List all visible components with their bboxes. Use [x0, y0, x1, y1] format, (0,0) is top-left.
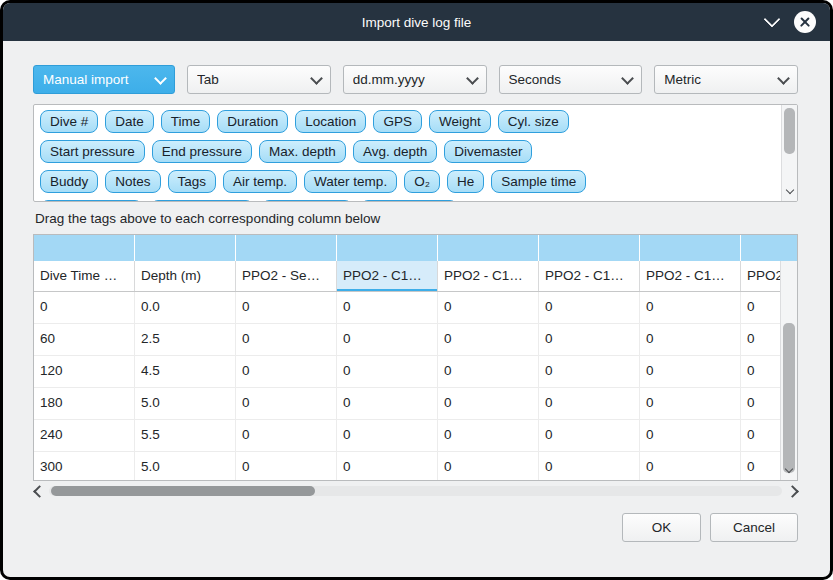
tag-time[interactable]: Time: [161, 110, 211, 133]
table-row: 602.5000000: [34, 324, 780, 356]
column-header-7[interactable]: PPO2: [741, 261, 780, 291]
table-row: 1805.0000000: [34, 388, 780, 420]
table-cell: 0: [337, 292, 438, 323]
scroll-right-button[interactable]: [786, 482, 798, 500]
table-cell: 0: [438, 324, 539, 355]
window-shade-icon[interactable]: [764, 11, 781, 28]
column-header-6[interactable]: PPO2 - C1…: [640, 261, 741, 291]
column-header-1[interactable]: Depth (m): [135, 261, 236, 291]
tag-gps[interactable]: GPS: [373, 110, 422, 133]
table-cell: 0: [236, 292, 337, 323]
tag-divemaster[interactable]: Divemaster: [444, 140, 532, 163]
column-header-3[interactable]: PPO2 - C1…: [337, 261, 438, 291]
tag-dive[interactable]: Dive #: [40, 110, 98, 133]
tag-sample-depth[interactable]: Sample depth: [40, 200, 143, 201]
tag-max-depth[interactable]: Max. depth: [259, 140, 346, 163]
table-cell: 0: [438, 452, 539, 480]
dropdown-value: Tab: [197, 72, 304, 87]
horizontal-scrollbar-thumb[interactable]: [51, 486, 315, 496]
table-scrollbar[interactable]: [780, 261, 797, 480]
column-header-4[interactable]: PPO2 - C1…: [438, 261, 539, 291]
scroll-down-icon[interactable]: [785, 186, 793, 194]
table-cell: 5.5: [135, 420, 236, 451]
table-cell: 0: [539, 324, 640, 355]
cancel-button[interactable]: Cancel: [710, 513, 798, 542]
table-header-row: Dive Time …Depth (m)PPO2 - Se…PPO2 - C1……: [34, 261, 780, 292]
tag-o[interactable]: O₂: [404, 170, 440, 193]
drop-target-0[interactable]: [34, 235, 135, 261]
tag-row: Dive #DateTimeDurationLocationGPSWeightC…: [40, 110, 775, 133]
scroll-left-button[interactable]: [33, 482, 45, 500]
table-cell: 0: [741, 292, 780, 323]
drop-target-7[interactable]: [741, 235, 797, 261]
tag-cyl-size[interactable]: Cyl. size: [498, 110, 569, 133]
table-cell: 5.0: [135, 452, 236, 480]
tag-sample-po[interactable]: Sample pO₂: [261, 200, 354, 201]
tag-date[interactable]: Date: [105, 110, 154, 133]
column-header-0[interactable]: Dive Time …: [34, 261, 135, 291]
table-cell: 0: [337, 324, 438, 355]
table-cell: 0: [640, 388, 741, 419]
dropdown-dd-mm-yyyy[interactable]: dd.mm.yyyy: [343, 65, 487, 94]
table-cell: 0: [539, 388, 640, 419]
tag-sample-time[interactable]: Sample time: [491, 170, 586, 193]
table-cell: 0: [337, 420, 438, 451]
dropdown-tab[interactable]: Tab: [187, 65, 331, 94]
tag-air-temp[interactable]: Air temp.: [223, 170, 297, 193]
drop-target-3[interactable]: [337, 235, 438, 261]
tag-tags[interactable]: Tags: [168, 170, 217, 193]
table-cell: 0: [539, 420, 640, 451]
table-cell: 0: [640, 292, 741, 323]
scroll-down-icon[interactable]: [785, 465, 793, 473]
drop-target-1[interactable]: [135, 235, 236, 261]
dialog-content: Manual importTabdd.mm.yyyySecondsMetric …: [3, 41, 830, 577]
table-cell: 0: [236, 356, 337, 387]
horizontal-scrollbar[interactable]: [33, 484, 798, 498]
table-cell: 0: [236, 420, 337, 451]
import-dialog: Import dive log file Manual importTabdd.…: [3, 3, 830, 577]
tag-weight[interactable]: Weight: [429, 110, 491, 133]
table-row: 00.0000000: [34, 292, 780, 324]
tag-notes[interactable]: Notes: [105, 170, 160, 193]
tag-water-temp[interactable]: Water temp.: [304, 170, 397, 193]
ok-button[interactable]: OK: [622, 513, 701, 542]
drop-target-4[interactable]: [438, 235, 539, 261]
table-cell: 0: [236, 324, 337, 355]
dropdown-manual-import[interactable]: Manual import: [33, 65, 175, 94]
tag-buddy[interactable]: Buddy: [40, 170, 98, 193]
tag-he[interactable]: He: [447, 170, 484, 193]
tag-start-pressure[interactable]: Start pressure: [40, 140, 145, 163]
tag-scrollbar[interactable]: [781, 105, 797, 201]
column-header-5[interactable]: PPO2 - C1…: [539, 261, 640, 291]
dialog-buttons: OK Cancel: [33, 513, 798, 542]
chevron-down-icon: [777, 72, 790, 85]
drop-target-5[interactable]: [539, 235, 640, 261]
table-cell: 0: [640, 420, 741, 451]
chevron-right-icon: [786, 485, 799, 498]
horizontal-scrollbar-track[interactable]: [49, 486, 782, 496]
tag-location[interactable]: Location: [295, 110, 366, 133]
table-cell: 0: [539, 452, 640, 480]
tag-sample-cns[interactable]: Sample CNS: [360, 200, 458, 201]
dropdown-metric[interactable]: Metric: [654, 65, 798, 94]
column-header-2[interactable]: PPO2 - Se…: [236, 261, 337, 291]
titlebar[interactable]: Import dive log file: [3, 3, 830, 41]
table-cell: 2.5: [135, 324, 236, 355]
tag-end-pressure[interactable]: End pressure: [152, 140, 252, 163]
titlebar-controls: [766, 11, 830, 33]
table-cell: 0: [640, 324, 741, 355]
window-close-button[interactable]: [794, 11, 816, 33]
table-columns: Dive Time …Depth (m)PPO2 - Se…PPO2 - C1……: [34, 261, 780, 480]
drop-target-6[interactable]: [640, 235, 741, 261]
tag-panel: Dive #DateTimeDurationLocationGPSWeightC…: [33, 104, 798, 202]
drop-target-2[interactable]: [236, 235, 337, 261]
table-scrollbar-thumb[interactable]: [783, 323, 795, 473]
dropdown-seconds[interactable]: Seconds: [499, 65, 643, 94]
tag-scrollbar-thumb[interactable]: [784, 108, 795, 154]
tag-sample-temp[interactable]: Sample temp.: [150, 200, 253, 201]
table-row: 2405.5000000: [34, 420, 780, 452]
table-cell: 240: [34, 420, 135, 451]
table-row: 3005.0000000: [34, 452, 780, 480]
tag-duration[interactable]: Duration: [217, 110, 288, 133]
tag-avg-depth[interactable]: Avg. depth: [353, 140, 437, 163]
